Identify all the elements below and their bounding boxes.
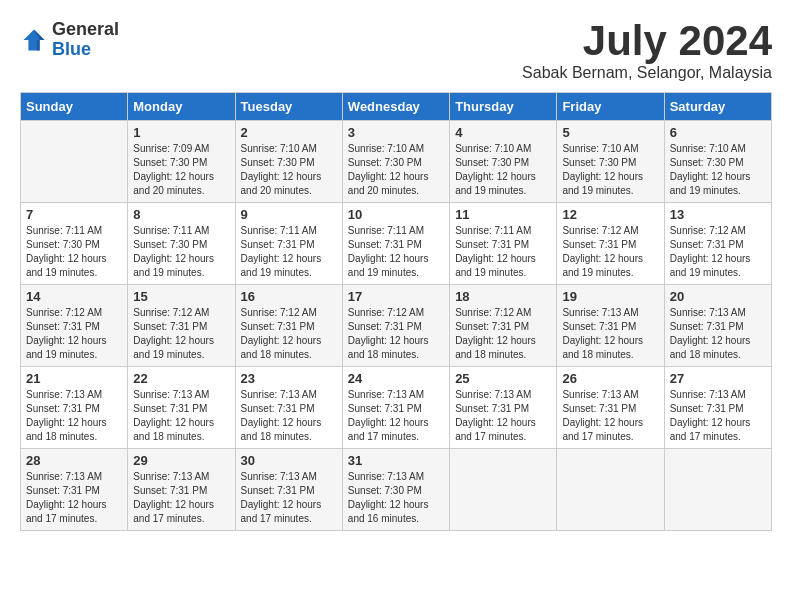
calendar-cell: 1Sunrise: 7:09 AMSunset: 7:30 PMDaylight… — [128, 121, 235, 203]
day-number: 23 — [241, 371, 337, 386]
day-info: Sunrise: 7:10 AMSunset: 7:30 PMDaylight:… — [562, 142, 658, 198]
day-info: Sunrise: 7:09 AMSunset: 7:30 PMDaylight:… — [133, 142, 229, 198]
day-info: Sunrise: 7:12 AMSunset: 7:31 PMDaylight:… — [455, 306, 551, 362]
calendar-week-row: 21Sunrise: 7:13 AMSunset: 7:31 PMDayligh… — [21, 367, 772, 449]
day-info: Sunrise: 7:11 AMSunset: 7:31 PMDaylight:… — [241, 224, 337, 280]
logo: General Blue — [20, 20, 119, 60]
col-tuesday: Tuesday — [235, 93, 342, 121]
calendar-cell: 15Sunrise: 7:12 AMSunset: 7:31 PMDayligh… — [128, 285, 235, 367]
calendar-cell: 13Sunrise: 7:12 AMSunset: 7:31 PMDayligh… — [664, 203, 771, 285]
day-info: Sunrise: 7:13 AMSunset: 7:31 PMDaylight:… — [348, 388, 444, 444]
day-info: Sunrise: 7:12 AMSunset: 7:31 PMDaylight:… — [241, 306, 337, 362]
calendar-week-row: 14Sunrise: 7:12 AMSunset: 7:31 PMDayligh… — [21, 285, 772, 367]
day-number: 20 — [670, 289, 766, 304]
day-number: 31 — [348, 453, 444, 468]
calendar-cell: 23Sunrise: 7:13 AMSunset: 7:31 PMDayligh… — [235, 367, 342, 449]
calendar-header-row: Sunday Monday Tuesday Wednesday Thursday… — [21, 93, 772, 121]
day-info: Sunrise: 7:11 AMSunset: 7:30 PMDaylight:… — [26, 224, 122, 280]
day-number: 30 — [241, 453, 337, 468]
calendar-cell: 5Sunrise: 7:10 AMSunset: 7:30 PMDaylight… — [557, 121, 664, 203]
day-number: 14 — [26, 289, 122, 304]
day-info: Sunrise: 7:12 AMSunset: 7:31 PMDaylight:… — [348, 306, 444, 362]
calendar-cell: 24Sunrise: 7:13 AMSunset: 7:31 PMDayligh… — [342, 367, 449, 449]
day-info: Sunrise: 7:13 AMSunset: 7:31 PMDaylight:… — [133, 388, 229, 444]
day-number: 19 — [562, 289, 658, 304]
month-year-title: July 2024 — [522, 20, 772, 62]
day-info: Sunrise: 7:13 AMSunset: 7:31 PMDaylight:… — [670, 306, 766, 362]
day-info: Sunrise: 7:12 AMSunset: 7:31 PMDaylight:… — [562, 224, 658, 280]
location-subtitle: Sabak Bernam, Selangor, Malaysia — [522, 64, 772, 82]
day-number: 15 — [133, 289, 229, 304]
day-number: 27 — [670, 371, 766, 386]
day-number: 21 — [26, 371, 122, 386]
day-info: Sunrise: 7:13 AMSunset: 7:31 PMDaylight:… — [670, 388, 766, 444]
calendar-week-row: 1Sunrise: 7:09 AMSunset: 7:30 PMDaylight… — [21, 121, 772, 203]
day-info: Sunrise: 7:13 AMSunset: 7:31 PMDaylight:… — [241, 470, 337, 526]
day-number: 3 — [348, 125, 444, 140]
day-number: 25 — [455, 371, 551, 386]
day-number: 6 — [670, 125, 766, 140]
day-info: Sunrise: 7:13 AMSunset: 7:31 PMDaylight:… — [26, 470, 122, 526]
day-number: 11 — [455, 207, 551, 222]
logo-icon — [20, 26, 48, 54]
title-area: July 2024 Sabak Bernam, Selangor, Malays… — [522, 20, 772, 82]
day-info: Sunrise: 7:10 AMSunset: 7:30 PMDaylight:… — [670, 142, 766, 198]
calendar-cell: 21Sunrise: 7:13 AMSunset: 7:31 PMDayligh… — [21, 367, 128, 449]
day-info: Sunrise: 7:13 AMSunset: 7:30 PMDaylight:… — [348, 470, 444, 526]
calendar-cell — [21, 121, 128, 203]
calendar-cell: 16Sunrise: 7:12 AMSunset: 7:31 PMDayligh… — [235, 285, 342, 367]
calendar-cell: 11Sunrise: 7:11 AMSunset: 7:31 PMDayligh… — [450, 203, 557, 285]
day-number: 2 — [241, 125, 337, 140]
day-number: 22 — [133, 371, 229, 386]
calendar-cell: 18Sunrise: 7:12 AMSunset: 7:31 PMDayligh… — [450, 285, 557, 367]
day-info: Sunrise: 7:11 AMSunset: 7:31 PMDaylight:… — [348, 224, 444, 280]
calendar-cell: 26Sunrise: 7:13 AMSunset: 7:31 PMDayligh… — [557, 367, 664, 449]
calendar-cell: 2Sunrise: 7:10 AMSunset: 7:30 PMDaylight… — [235, 121, 342, 203]
day-number: 28 — [26, 453, 122, 468]
calendar-cell: 19Sunrise: 7:13 AMSunset: 7:31 PMDayligh… — [557, 285, 664, 367]
col-friday: Friday — [557, 93, 664, 121]
col-sunday: Sunday — [21, 93, 128, 121]
col-thursday: Thursday — [450, 93, 557, 121]
calendar-cell: 8Sunrise: 7:11 AMSunset: 7:30 PMDaylight… — [128, 203, 235, 285]
day-info: Sunrise: 7:13 AMSunset: 7:31 PMDaylight:… — [241, 388, 337, 444]
day-number: 10 — [348, 207, 444, 222]
day-number: 1 — [133, 125, 229, 140]
day-number: 12 — [562, 207, 658, 222]
day-number: 5 — [562, 125, 658, 140]
day-info: Sunrise: 7:13 AMSunset: 7:31 PMDaylight:… — [26, 388, 122, 444]
day-info: Sunrise: 7:12 AMSunset: 7:31 PMDaylight:… — [670, 224, 766, 280]
col-saturday: Saturday — [664, 93, 771, 121]
day-number: 29 — [133, 453, 229, 468]
calendar-cell: 22Sunrise: 7:13 AMSunset: 7:31 PMDayligh… — [128, 367, 235, 449]
day-number: 9 — [241, 207, 337, 222]
day-number: 4 — [455, 125, 551, 140]
day-number: 7 — [26, 207, 122, 222]
calendar-cell: 31Sunrise: 7:13 AMSunset: 7:30 PMDayligh… — [342, 449, 449, 531]
day-info: Sunrise: 7:11 AMSunset: 7:30 PMDaylight:… — [133, 224, 229, 280]
col-monday: Monday — [128, 93, 235, 121]
calendar-table: Sunday Monday Tuesday Wednesday Thursday… — [20, 92, 772, 531]
calendar-cell: 6Sunrise: 7:10 AMSunset: 7:30 PMDaylight… — [664, 121, 771, 203]
calendar-cell: 7Sunrise: 7:11 AMSunset: 7:30 PMDaylight… — [21, 203, 128, 285]
day-number: 18 — [455, 289, 551, 304]
day-info: Sunrise: 7:13 AMSunset: 7:31 PMDaylight:… — [455, 388, 551, 444]
calendar-cell: 25Sunrise: 7:13 AMSunset: 7:31 PMDayligh… — [450, 367, 557, 449]
calendar-cell: 20Sunrise: 7:13 AMSunset: 7:31 PMDayligh… — [664, 285, 771, 367]
col-wednesday: Wednesday — [342, 93, 449, 121]
day-info: Sunrise: 7:13 AMSunset: 7:31 PMDaylight:… — [562, 306, 658, 362]
calendar-cell: 4Sunrise: 7:10 AMSunset: 7:30 PMDaylight… — [450, 121, 557, 203]
page-header: General Blue July 2024 Sabak Bernam, Sel… — [20, 20, 772, 82]
day-info: Sunrise: 7:13 AMSunset: 7:31 PMDaylight:… — [562, 388, 658, 444]
day-info: Sunrise: 7:10 AMSunset: 7:30 PMDaylight:… — [455, 142, 551, 198]
calendar-cell — [557, 449, 664, 531]
day-info: Sunrise: 7:11 AMSunset: 7:31 PMDaylight:… — [455, 224, 551, 280]
day-number: 26 — [562, 371, 658, 386]
day-number: 8 — [133, 207, 229, 222]
day-info: Sunrise: 7:12 AMSunset: 7:31 PMDaylight:… — [26, 306, 122, 362]
day-number: 16 — [241, 289, 337, 304]
calendar-week-row: 7Sunrise: 7:11 AMSunset: 7:30 PMDaylight… — [21, 203, 772, 285]
day-number: 24 — [348, 371, 444, 386]
day-info: Sunrise: 7:12 AMSunset: 7:31 PMDaylight:… — [133, 306, 229, 362]
calendar-cell — [450, 449, 557, 531]
